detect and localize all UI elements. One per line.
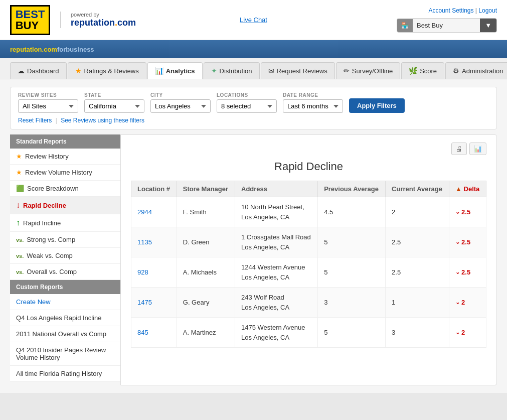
analytics-icon: 📊: [155, 67, 163, 75]
sidebar-item-review-volume-history[interactable]: ★ Review Volume History: [10, 165, 120, 181]
sidebar-item-q4-la[interactable]: Q4 Los Angeles Rapid Incline: [10, 310, 120, 326]
table-row: 2944 F. Smith 10 North Pearl Street,Los …: [131, 197, 486, 227]
location-link[interactable]: 928: [137, 268, 148, 276]
store-dropdown-arrow[interactable]: ▼: [480, 19, 496, 32]
header-left: BESTBUY powered by reputation.com: [10, 5, 136, 35]
filter-row: REVIEW SITES All Sites STATE California …: [18, 92, 489, 113]
header: BESTBUY powered by reputation.com Live C…: [0, 0, 507, 40]
reset-filters-link[interactable]: Reset Filters: [18, 117, 52, 124]
location-link[interactable]: 845: [137, 329, 148, 336]
sidebar-item-florida[interactable]: All time Florida Rating History: [10, 366, 120, 382]
tab-score[interactable]: 🌿 Score: [401, 62, 444, 79]
sidebar-item-score-breakdown[interactable]: 🟩 Score Breakdown: [10, 181, 120, 197]
cell-prev-avg: 5: [318, 318, 386, 348]
locations-filter: LOCATIONS 8 selected: [217, 92, 277, 113]
rapid-decline-icon: ↓: [16, 201, 20, 210]
state-filter: STATE California: [84, 92, 144, 113]
account-settings-link[interactable]: Account Settings: [428, 7, 473, 14]
tab-analytics[interactable]: 📊 Analytics: [147, 62, 203, 79]
table-row: 1475 G. Geary 243 Wolf RoadLos Angeles, …: [131, 288, 486, 318]
table-row: 1135 D. Green 1 Crossgates Mall RoadLos …: [131, 227, 486, 257]
sidebar-item-2011-national[interactable]: 2011 National Overall vs Comp: [10, 326, 120, 342]
cell-prev-avg: 5: [318, 227, 386, 257]
nav-brand: reputation.comforbusiness: [10, 46, 94, 53]
sidebar-item-rapid-incline[interactable]: ↑ Rapid Incline: [10, 214, 120, 232]
date-range-select[interactable]: Last 6 months: [283, 99, 343, 113]
tab-administration[interactable]: ⚙ Administration: [445, 62, 507, 79]
col-delta: ▲ Delta: [449, 181, 486, 197]
tab-dashboard[interactable]: ☁ Dashboard: [10, 62, 67, 79]
store-name: Best Buy: [413, 19, 480, 32]
cell-delta: ⌄ 2.5: [449, 227, 486, 257]
standard-reports-header: Standard Reports: [10, 134, 120, 149]
header-right: Account Settings | Logout 🏪 Best Buy ▼: [397, 7, 497, 33]
cell-location: 1135: [131, 227, 177, 257]
review-history-icon: ★: [16, 153, 22, 160]
cell-address: 243 Wolf RoadLos Angeles, CA: [235, 288, 318, 318]
request-reviews-icon: ✉: [268, 67, 274, 75]
state-select[interactable]: California: [84, 99, 144, 113]
filter-links: Reset Filters | See Reviews using these …: [18, 117, 489, 124]
cell-location: 2944: [131, 197, 177, 227]
powered-by: powered by reputation.com: [60, 12, 136, 28]
col-address: Address: [235, 181, 318, 197]
live-chat-link[interactable]: Live Chat: [240, 16, 267, 24]
cell-delta: ⌄ 2: [449, 288, 486, 318]
cell-prev-avg: 3: [318, 288, 386, 318]
location-link[interactable]: 1135: [137, 238, 152, 246]
report-title: Rapid Decline: [131, 160, 486, 173]
locations-select[interactable]: 8 selected: [217, 99, 277, 113]
review-sites-select[interactable]: All Sites: [18, 99, 78, 113]
export-button[interactable]: 📊: [469, 143, 486, 155]
date-range-filter: DATE RANGE Last 6 months: [283, 92, 343, 113]
table-row: 845 A. Martinez 1475 Western AvenueLos A…: [131, 318, 486, 348]
cell-prev-avg: 4.5: [318, 197, 386, 227]
content-area: Standard Reports ★ Review History ★ Revi…: [10, 134, 497, 385]
store-selector[interactable]: 🏪 Best Buy ▼: [397, 18, 497, 33]
col-manager: Store Manager: [177, 181, 235, 197]
tab-distribution[interactable]: ✦ Distribution: [204, 62, 260, 79]
sidebar-item-weak-vs-comp[interactable]: vs. Weak vs. Comp: [10, 248, 120, 264]
cell-curr-avg: 2.5: [386, 257, 449, 288]
apply-filters-button[interactable]: Apply Filters: [349, 98, 405, 113]
col-location: Location #: [131, 181, 177, 197]
sidebar-item-rapid-decline[interactable]: ↓ Rapid Decline: [10, 197, 120, 214]
cell-location: 845: [131, 318, 177, 348]
sidebar-item-q4-2010[interactable]: Q4 2010 Insider Pages Review Volume Hist…: [10, 342, 120, 366]
report-toolbar: 🖨 📊: [131, 143, 486, 155]
location-link[interactable]: 1475: [137, 299, 152, 306]
distribution-icon: ✦: [211, 67, 217, 75]
print-button[interactable]: 🖨: [451, 143, 467, 155]
sidebar-item-strong-vs-comp[interactable]: vs. Strong vs. Comp: [10, 232, 120, 248]
admin-icon: ⚙: [453, 67, 459, 75]
rapid-decline-table: Location # Store Manager Address Previou…: [131, 181, 486, 348]
custom-reports-header: Custom Reports: [10, 280, 120, 294]
sidebar-item-overall-vs-comp[interactable]: vs. Overall vs. Comp: [10, 264, 120, 280]
store-icon: 🏪: [397, 19, 413, 32]
see-reviews-link[interactable]: See Reviews using these filters: [61, 117, 144, 124]
col-prev-avg: Previous Average: [318, 181, 386, 197]
sidebar-item-review-history[interactable]: ★ Review History: [10, 149, 120, 165]
tab-ratings-reviews[interactable]: ★ Ratings & Reviews: [68, 62, 146, 79]
sidebar-item-create-new[interactable]: Create New: [10, 294, 120, 310]
cell-location: 1475: [131, 288, 177, 318]
cell-address: 10 North Pearl Street,Los Angeles, CA: [235, 197, 318, 227]
tab-bar: ☁ Dashboard ★ Ratings & Reviews 📊 Analyt…: [0, 58, 507, 79]
rapid-incline-icon: ↑: [16, 218, 20, 227]
cell-manager: D. Green: [177, 227, 235, 257]
location-link[interactable]: 2944: [137, 208, 152, 216]
cell-delta: ⌄ 2.5: [449, 197, 486, 227]
city-select[interactable]: Los Angeles: [150, 99, 211, 113]
cell-curr-avg: 3: [386, 318, 449, 348]
tab-request-reviews[interactable]: ✉ Request Reviews: [261, 62, 335, 79]
cell-curr-avg: 1: [386, 288, 449, 318]
review-sites-filter: REVIEW SITES All Sites: [18, 92, 78, 113]
table-row: 928 A. Michaels 1244 Western AvenueLos A…: [131, 257, 486, 288]
cell-delta: ⌄ 2.5: [449, 257, 486, 288]
col-curr-avg: Current Average: [386, 181, 449, 197]
tab-survey-offline[interactable]: ✏ Survey/Offline: [336, 62, 400, 79]
logout-link[interactable]: Logout: [478, 7, 497, 14]
cell-prev-avg: 5: [318, 257, 386, 288]
cell-address: 1244 Western AvenueLos Angeles, CA: [235, 257, 318, 288]
cell-location: 928: [131, 257, 177, 288]
